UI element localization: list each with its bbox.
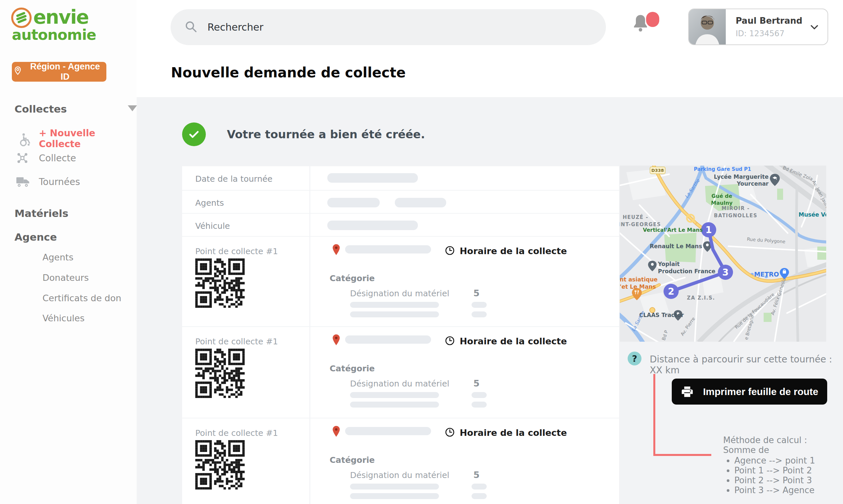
user-meta: Paul Bertrand ID: 1234567 bbox=[736, 16, 803, 38]
map-label: nt asiatique bbox=[620, 276, 658, 283]
wheelchair-icon bbox=[16, 132, 30, 145]
sidebar-item-nouvelle-collecte[interactable]: + Nouvelle Collecte bbox=[16, 128, 137, 149]
map-label: ZA Z.I.S. bbox=[687, 295, 715, 301]
route-map[interactable]: 1 2 3 D338 Parking Gare Sud P1 Bd Emile … bbox=[620, 166, 826, 342]
clock-icon bbox=[445, 427, 455, 437]
horaire-label: Horaire de la collecte bbox=[460, 336, 567, 346]
horaire-label: Horaire de la collecte bbox=[460, 246, 567, 256]
sidebar-item-vehicules[interactable]: Véhicules bbox=[42, 313, 85, 323]
map-pin-icon bbox=[330, 334, 342, 347]
address-placeholder bbox=[345, 336, 431, 344]
chevron-down-icon[interactable] bbox=[809, 22, 820, 32]
value-placeholder bbox=[327, 198, 380, 208]
map-label: Musée Vert bbox=[799, 211, 826, 218]
sidebar-item-label: Collecte bbox=[39, 153, 76, 164]
notification-bell[interactable] bbox=[631, 13, 657, 41]
map-label: CLAAS Tractor bbox=[639, 312, 684, 318]
method-bullet: Agence --> point 1 bbox=[734, 456, 832, 466]
search-icon bbox=[184, 20, 198, 35]
category-label: Catégorie bbox=[330, 364, 375, 373]
map-label: 'et Le Mans bbox=[620, 284, 656, 290]
map-label: METRO bbox=[754, 271, 779, 278]
qty-placeholder bbox=[471, 402, 487, 408]
method-bullets: Agence --> point 1 Point 1 --> Point 2 P… bbox=[723, 456, 832, 495]
map-label: Yourcenar bbox=[737, 180, 769, 187]
sidebar-section-materiels[interactable]: Matériels bbox=[15, 208, 69, 219]
brand-name-bottom: autonomie bbox=[12, 26, 96, 43]
qty-placeholder bbox=[471, 311, 487, 317]
qty-placeholder bbox=[471, 484, 487, 489]
sidebar-item-certificats[interactable]: Certificats de don bbox=[42, 293, 121, 303]
qty-placeholder bbox=[471, 493, 487, 499]
map-label: BATIGNOLLES bbox=[714, 213, 757, 219]
map-pin-icon bbox=[330, 243, 342, 256]
address-placeholder bbox=[345, 427, 431, 435]
collecte-point-block: Point de collecte #1 Horaire de la colle… bbox=[182, 326, 619, 418]
method-note: Méthode de calcul : Somme de Agence --> … bbox=[723, 435, 832, 495]
value-placeholder bbox=[327, 173, 418, 183]
region-agency-button[interactable]: Région - Agence ID bbox=[12, 62, 106, 82]
sidebar: envie autonomie Région - Agence ID Colle… bbox=[0, 0, 137, 504]
app-root: envie autonomie Région - Agence ID Colle… bbox=[0, 0, 843, 504]
collecte-point-label: Point de collecte #1 bbox=[195, 247, 278, 256]
category-label: Catégorie bbox=[330, 455, 375, 465]
map-label: Yoplait bbox=[658, 261, 680, 267]
qr-code bbox=[195, 348, 245, 398]
map-label: HEUZÉ - bbox=[623, 214, 648, 220]
brand-logo-icon bbox=[11, 7, 32, 28]
sidebar-section-agence[interactable]: Agence bbox=[15, 231, 57, 243]
truck-icon bbox=[16, 175, 30, 188]
sidebar-item-tournees[interactable]: Tournées bbox=[16, 175, 80, 188]
region-agency-label: Région - Agence ID bbox=[26, 61, 104, 82]
row-label: Agents bbox=[195, 198, 224, 208]
distance-text: Distance à parcourir sur cette tournée :… bbox=[650, 354, 843, 376]
clock-icon bbox=[445, 336, 455, 346]
material-placeholder bbox=[350, 402, 439, 408]
value-placeholder bbox=[395, 198, 446, 208]
user-id: ID: 1234567 bbox=[736, 29, 803, 38]
map-label: Vertical'Art Le Mans bbox=[643, 227, 703, 233]
search-bar[interactable] bbox=[171, 9, 606, 45]
designation-label: Désignation du matériel bbox=[350, 379, 449, 389]
map-label: Production France bbox=[658, 268, 716, 274]
sidebar-item-collecte[interactable]: Collecte bbox=[16, 151, 76, 165]
brand-logo[interactable]: envie bbox=[11, 7, 89, 28]
designation-label: Désignation du matériel bbox=[350, 470, 449, 480]
sidebar-item-label: + Nouvelle Collecte bbox=[39, 128, 137, 149]
search-input[interactable] bbox=[207, 21, 570, 33]
location-pin-icon bbox=[14, 66, 22, 78]
printer-icon bbox=[681, 385, 694, 398]
route-marker-1: 1 bbox=[705, 224, 712, 235]
print-route-button[interactable]: Imprimer feuille de route bbox=[672, 379, 827, 404]
user-menu[interactable]: Paul Bertrand ID: 1234567 bbox=[688, 8, 828, 45]
horaire-label: Horaire de la collecte bbox=[460, 428, 567, 438]
material-placeholder bbox=[350, 302, 439, 308]
sidebar-section-collectes[interactable]: Collectes bbox=[15, 103, 67, 115]
designation-count: 5 bbox=[467, 378, 486, 389]
material-placeholder bbox=[350, 311, 439, 317]
collapse-triangle-icon[interactable] bbox=[128, 105, 137, 111]
material-placeholder bbox=[350, 392, 439, 398]
sidebar-item-agents[interactable]: Agents bbox=[42, 252, 73, 263]
route-marker-3: 3 bbox=[722, 267, 729, 278]
route-marker-2: 2 bbox=[668, 286, 674, 297]
annotation-line-vertical bbox=[653, 374, 655, 455]
sidebar-item-donateurs[interactable]: Donateurs bbox=[42, 273, 89, 283]
qty-placeholder bbox=[471, 392, 487, 398]
row-label: Véhicule bbox=[195, 221, 230, 231]
page-title: Nouvelle demande de collecte bbox=[171, 65, 406, 80]
designation-count: 5 bbox=[467, 288, 486, 298]
brand-name-top: envie bbox=[33, 7, 89, 27]
collecte-point-label: Point de collecte #1 bbox=[195, 337, 278, 346]
method-line1: Méthode de calcul : bbox=[723, 435, 832, 445]
table-row-agents: Agents bbox=[182, 190, 619, 213]
method-bullet: Point 1 --> Point 2 bbox=[734, 466, 832, 475]
road-badge: D338 bbox=[650, 167, 665, 174]
help-icon[interactable]: ? bbox=[628, 352, 642, 365]
map-label: Gué de bbox=[711, 193, 732, 199]
method-bullet: Point 2 --> Point 3 bbox=[734, 475, 832, 485]
designation-count: 5 bbox=[467, 470, 486, 480]
designation-label: Désignation du matériel bbox=[350, 289, 449, 298]
collecte-point-block: Point de collecte #1 Horaire de la colle… bbox=[182, 418, 619, 504]
address-placeholder bbox=[345, 245, 431, 253]
